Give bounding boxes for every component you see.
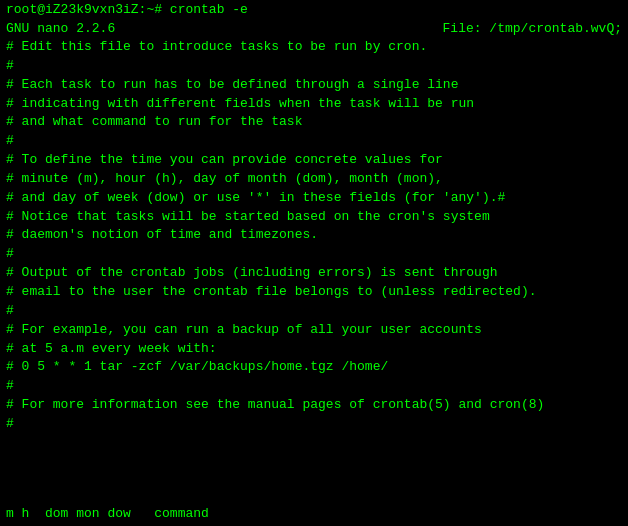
editor-line: # indicating with different fields when …: [6, 95, 622, 114]
nano-version: GNU nano 2.2.6: [6, 21, 115, 36]
nano-header: GNU nano 2.2.6 File: /tmp/crontab.wvQ;: [0, 19, 628, 38]
editor-line: #: [6, 57, 622, 76]
editor-line: #: [6, 132, 622, 151]
editor-line: # daemon's notion of time and timezones.: [6, 226, 622, 245]
editor-line: # Notice that tasks will be started base…: [6, 208, 622, 227]
nano-filename: File: /tmp/crontab.wvQ;: [443, 21, 622, 36]
editor-line: # and what command to run for the task: [6, 113, 622, 132]
editor-line: # To define the time you can provide con…: [6, 151, 622, 170]
title-text: root@iZ23k9vxn3iZ:~# crontab -e: [6, 2, 248, 17]
editor-line: # email to the user the crontab file bel…: [6, 283, 622, 302]
terminal: root@iZ23k9vxn3iZ:~# crontab -e GNU nano…: [0, 0, 628, 526]
editor-line: # Edit this file to introduce tasks to b…: [6, 38, 622, 57]
title-bar: root@iZ23k9vxn3iZ:~# crontab -e: [0, 0, 628, 19]
editor-line: # at 5 a.m every week with:: [6, 340, 622, 359]
editor-line: #: [6, 245, 622, 264]
cron-format-line: m h dom mon dow command: [6, 505, 622, 524]
editor-line: # and day of week (dow) or use '*' in th…: [6, 189, 622, 208]
editor-line: # For more information see the manual pa…: [6, 396, 622, 415]
bottom-bar: m h dom mon dow command: [0, 503, 628, 526]
editor-line: # Output of the crontab jobs (including …: [6, 264, 622, 283]
editor-line: # For example, you can run a backup of a…: [6, 321, 622, 340]
editor-content[interactable]: # Edit this file to introduce tasks to b…: [0, 38, 628, 503]
editor-line: # Each task to run has to be defined thr…: [6, 76, 622, 95]
editor-line: # minute (m), hour (h), day of month (do…: [6, 170, 622, 189]
editor-line: #: [6, 415, 622, 434]
editor-line: # 0 5 * * 1 tar -zcf /var/backups/home.t…: [6, 358, 622, 377]
editor-line: #: [6, 302, 622, 321]
editor-line: #: [6, 377, 622, 396]
